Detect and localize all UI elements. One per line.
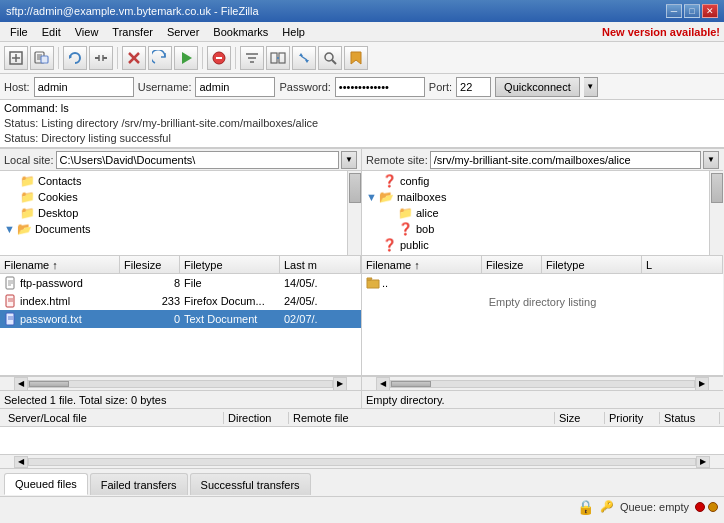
remote-tree-item[interactable]: ▼ 📂 mailboxes bbox=[364, 189, 709, 205]
file-name: password.txt bbox=[20, 313, 124, 325]
tree-item-label: config bbox=[400, 175, 429, 187]
local-file-row[interactable]: index.html 233 Firefox Docum... 24/05/. bbox=[0, 292, 361, 310]
remote-hscroll-track[interactable] bbox=[390, 380, 695, 388]
status-value-2: Directory listing successful bbox=[41, 132, 171, 144]
local-file-row[interactable]: ftp-password 8 File 14/05/. bbox=[0, 274, 361, 292]
password-input[interactable] bbox=[335, 77, 425, 97]
local-header-filename[interactable]: Filename ↑ bbox=[0, 256, 120, 273]
remote-tree-vscroll-thumb[interactable] bbox=[711, 173, 723, 203]
tree-item-label: bob bbox=[416, 223, 434, 235]
maximize-button[interactable]: □ bbox=[684, 4, 700, 18]
bottom-tabs: Queued files Failed transfers Successful… bbox=[0, 468, 724, 496]
local-header-filetype[interactable]: Filetype bbox=[180, 256, 280, 273]
local-hscroll-track[interactable] bbox=[28, 380, 333, 388]
local-tree-item[interactable]: 📁 Cookies bbox=[2, 189, 347, 205]
menu-file[interactable]: File bbox=[4, 25, 34, 39]
tab-successful-transfers[interactable]: Successful transfers bbox=[190, 473, 311, 495]
remote-tree-item[interactable]: ❓ config bbox=[364, 173, 709, 189]
file-icon bbox=[2, 312, 20, 326]
remote-path-dropdown[interactable]: ▼ bbox=[703, 151, 719, 169]
remote-tree-vscrollbar[interactable] bbox=[709, 171, 723, 255]
remote-site-label: Remote site: bbox=[366, 154, 428, 166]
tab-failed-transfers[interactable]: Failed transfers bbox=[90, 473, 188, 495]
disconnect-button[interactable] bbox=[89, 46, 113, 70]
minimize-button[interactable]: ─ bbox=[666, 4, 682, 18]
local-hscroll-thumb[interactable] bbox=[29, 381, 69, 387]
remote-file-row[interactable]: .. bbox=[362, 274, 723, 292]
tree-item-label: Documents bbox=[35, 223, 91, 235]
quickconnect-button[interactable]: Quickconnect bbox=[495, 77, 580, 97]
local-panel: Local site: ▼ 📁 Contacts 📁 Cookies bbox=[0, 149, 362, 408]
window-title: sftp://admin@example.vm.bytemark.co.uk -… bbox=[6, 5, 259, 17]
remote-header-lastmod[interactable]: L bbox=[642, 256, 723, 273]
file-size: 233 bbox=[124, 295, 184, 307]
local-path-input[interactable] bbox=[56, 151, 339, 169]
menu-view[interactable]: View bbox=[69, 25, 105, 39]
sync-button[interactable] bbox=[292, 46, 316, 70]
remote-hscrollbar[interactable]: ◀ ▶ bbox=[362, 376, 723, 390]
new-version-notice: New version available! bbox=[602, 26, 720, 38]
remote-hscroll-right[interactable]: ▶ bbox=[695, 377, 709, 391]
remote-tree-pane: ❓ config ▼ 📂 mailboxes 📁 alice ❓ bbox=[362, 171, 723, 256]
menubar: File Edit View Transfer Server Bookmarks… bbox=[0, 22, 724, 42]
remote-hscroll-left[interactable]: ◀ bbox=[376, 377, 390, 391]
filter-button[interactable] bbox=[240, 46, 264, 70]
queue-status: Queue: empty bbox=[620, 501, 689, 513]
status-dot-orange bbox=[708, 502, 718, 512]
local-header-lastmod[interactable]: Last m bbox=[280, 256, 361, 273]
close-button[interactable]: ✕ bbox=[702, 4, 718, 18]
quickconnect-dropdown-button[interactable]: ▼ bbox=[584, 77, 598, 97]
menu-server[interactable]: Server bbox=[161, 25, 205, 39]
status-dot-red bbox=[695, 502, 705, 512]
tree-item-label: mailboxes bbox=[397, 191, 447, 203]
local-hscrollbar[interactable]: ◀ ▶ bbox=[0, 376, 361, 390]
local-hscroll-right[interactable]: ▶ bbox=[333, 377, 347, 391]
folder-open-icon: 📂 bbox=[379, 190, 394, 204]
local-file-body: ftp-password 8 File 14/05/. index.html 2… bbox=[0, 274, 361, 375]
remote-header-filename[interactable]: Filename ↑ bbox=[362, 256, 482, 273]
host-label: Host: bbox=[4, 81, 30, 93]
stop-button[interactable] bbox=[122, 46, 146, 70]
transfer-hscroll-track[interactable] bbox=[28, 458, 696, 466]
menu-edit[interactable]: Edit bbox=[36, 25, 67, 39]
menu-bookmarks[interactable]: Bookmarks bbox=[207, 25, 274, 39]
local-hscroll-left[interactable]: ◀ bbox=[14, 377, 28, 391]
local-tree-item[interactable]: 📁 Contacts bbox=[2, 173, 347, 189]
status-bar: Command: ls Status: Listing directory /s… bbox=[0, 100, 724, 148]
local-file-row[interactable]: password.txt 0 Text Document 02/07/. bbox=[0, 310, 361, 328]
local-tree-item[interactable]: 📁 Desktop bbox=[2, 205, 347, 221]
transfer-hscroll-right[interactable]: ▶ bbox=[696, 456, 710, 468]
remote-header-filesize[interactable]: Filesize bbox=[482, 256, 542, 273]
cancel-button[interactable] bbox=[207, 46, 231, 70]
username-input[interactable] bbox=[195, 77, 275, 97]
transfer-hscroll-left[interactable]: ◀ bbox=[14, 456, 28, 468]
reconnect-button[interactable] bbox=[63, 46, 87, 70]
remote-header-filetype[interactable]: Filetype bbox=[542, 256, 642, 273]
local-tree-item[interactable]: ▼ 📂 Documents bbox=[2, 221, 347, 237]
remote-tree-item[interactable]: ❓ bob bbox=[364, 221, 709, 237]
remote-hscroll-thumb[interactable] bbox=[391, 381, 431, 387]
dir-compare-button[interactable] bbox=[266, 46, 290, 70]
open-manager-button[interactable] bbox=[30, 46, 54, 70]
file-date: 24/05/. bbox=[284, 295, 359, 307]
toolbar-separator-1 bbox=[58, 47, 59, 69]
remote-path-input[interactable] bbox=[430, 151, 701, 169]
local-path-dropdown[interactable]: ▼ bbox=[341, 151, 357, 169]
process-queue-button[interactable] bbox=[174, 46, 198, 70]
host-input[interactable] bbox=[34, 77, 134, 97]
local-tree-vscroll-thumb[interactable] bbox=[349, 173, 361, 203]
menu-transfer[interactable]: Transfer bbox=[106, 25, 159, 39]
remote-tree-item[interactable]: ❓ public bbox=[364, 237, 709, 253]
menu-help[interactable]: Help bbox=[276, 25, 311, 39]
bookmark-button[interactable] bbox=[344, 46, 368, 70]
transfer-hscrollbar[interactable]: ◀ ▶ bbox=[0, 454, 724, 468]
folder-icon: 📁 bbox=[20, 190, 35, 204]
new-site-button[interactable] bbox=[4, 46, 28, 70]
refresh-button[interactable] bbox=[148, 46, 172, 70]
port-input[interactable] bbox=[456, 77, 491, 97]
remote-tree-item[interactable]: 📁 alice bbox=[364, 205, 709, 221]
tab-queued-files[interactable]: Queued files bbox=[4, 473, 88, 495]
search-button[interactable] bbox=[318, 46, 342, 70]
local-tree-vscrollbar[interactable] bbox=[347, 171, 361, 255]
local-header-filesize[interactable]: Filesize bbox=[120, 256, 180, 273]
